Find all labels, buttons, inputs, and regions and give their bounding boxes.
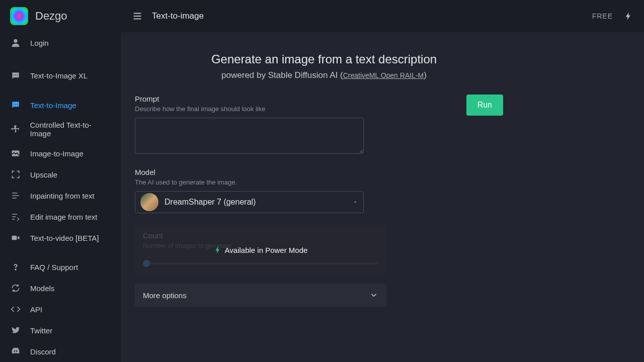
video-icon [10, 232, 21, 243]
chevron-down-icon [369, 291, 378, 300]
sidebar-item-text-to-image[interactable]: Text-to-Image [0, 95, 121, 116]
prompt-label: Prompt [135, 95, 366, 103]
move-icon [10, 124, 21, 135]
discord-icon [10, 346, 21, 357]
model-selected-text: DreamShaper 7 (general) [165, 198, 346, 207]
logo-area[interactable]: Dezgo [0, 0, 121, 32]
sidebar-label: FAQ / Support [30, 263, 78, 272]
main-panel: Text-to-image FREE Generate an image fro… [121, 0, 644, 362]
question-icon [10, 261, 21, 273]
sidebar-item-image-to-image[interactable]: Image-to-Image [0, 143, 121, 164]
sidebar-item-upscale[interactable]: Upscale [0, 164, 121, 185]
image-icon [10, 148, 21, 159]
sidebar: Dezgo Login Text-to-Image XL Text-to-Ima… [0, 0, 121, 362]
sidebar-label: Discord [30, 347, 56, 356]
sidebar-item-models[interactable]: Models [0, 278, 121, 299]
twitter-icon [10, 325, 21, 336]
sidebar-label: Models [30, 284, 54, 293]
logo-icon [10, 7, 28, 25]
sidebar-label: Upscale [30, 170, 57, 179]
sidebar-label: Image-to-Image [30, 149, 84, 158]
svg-point-5 [15, 104, 16, 105]
app-name: Dezgo [35, 10, 67, 23]
bolt-icon [214, 246, 222, 254]
more-options-toggle[interactable]: More options [135, 284, 386, 307]
code-icon [10, 304, 21, 315]
more-options-label: More options [143, 291, 187, 300]
count-field: Count Number of images to generate Avail… [135, 225, 386, 275]
menu-icon[interactable] [132, 11, 143, 22]
subhead-text: powered by Stable Diffusion AI [221, 70, 340, 80]
plan-badge[interactable]: FREE [592, 12, 613, 20]
sidebar-label: API [30, 305, 42, 314]
list-icon [10, 190, 21, 201]
chat-icon [10, 100, 21, 111]
sidebar-item-api[interactable]: API [0, 299, 121, 320]
model-select[interactable]: DreamShaper 7 (general) [135, 191, 364, 213]
svg-point-1 [14, 74, 15, 75]
svg-point-2 [15, 74, 16, 75]
prompt-desc: Describe how the final image should look… [135, 105, 366, 113]
content: Generate an image from a text descriptio… [121, 32, 644, 362]
bolt-icon[interactable] [624, 12, 633, 21]
paren-close: ) [424, 70, 427, 80]
sidebar-label: Text-to-Image [30, 101, 76, 110]
user-icon [10, 37, 21, 48]
svg-point-4 [14, 104, 15, 105]
sidebar-label: Login [30, 39, 49, 47]
power-mode-text: Available in Power Mode [225, 246, 308, 254]
prompt-input[interactable] [135, 118, 364, 154]
sidebar-item-twitter[interactable]: Twitter [0, 320, 121, 341]
topbar: Text-to-image FREE [121, 0, 644, 32]
sidebar-item-login[interactable]: Login [0, 32, 121, 53]
sidebar-item-controlled[interactable]: Controlled Text-to-Image [0, 116, 121, 143]
page-title: Text-to-image [152, 11, 204, 21]
chat-icon [10, 70, 21, 81]
prompt-field: Prompt Describe how the final image shou… [135, 95, 366, 156]
model-desc: The AI used to generate the image. [135, 178, 366, 186]
refresh-icon [10, 283, 21, 294]
sidebar-label: Edit image from text [30, 213, 97, 221]
svg-rect-8 [12, 236, 17, 240]
model-field: Model The AI used to generate the image.… [135, 168, 366, 213]
svg-point-9 [15, 269, 16, 270]
sidebar-item-edit-image[interactable]: Edit image from text [0, 206, 121, 227]
caret-down-icon [352, 199, 358, 205]
license-link[interactable]: CreativeML Open RAIL-M [343, 71, 424, 79]
sidebar-item-faq[interactable]: FAQ / Support [0, 256, 121, 278]
sidebar-label: Inpainting from text [30, 192, 95, 200]
run-button[interactable]: Run [466, 95, 503, 116]
model-thumbnail [140, 193, 158, 211]
headline: Generate an image from a text descriptio… [135, 52, 513, 66]
sidebar-item-text-to-image-xl[interactable]: Text-to-Image XL [0, 61, 121, 90]
sidebar-label: Text-to-Image XL [30, 71, 88, 80]
sidebar-label: Controlled Text-to-Image [30, 121, 111, 138]
edit-list-icon [10, 211, 21, 222]
sidebar-item-text-to-video[interactable]: Text-to-video [BETA] [0, 227, 121, 248]
sidebar-label: Twitter [30, 326, 52, 335]
svg-point-6 [17, 104, 18, 105]
power-mode-overlay[interactable]: Available in Power Mode [135, 225, 386, 275]
fullscreen-icon [10, 169, 21, 180]
svg-point-0 [14, 39, 17, 43]
sidebar-item-inpainting[interactable]: Inpainting from text [0, 185, 121, 206]
model-label: Model [135, 168, 366, 176]
sidebar-item-discord[interactable]: Discord [0, 341, 121, 362]
subheadline: powered by Stable Diffusion AI (Creative… [135, 70, 513, 80]
svg-point-3 [17, 74, 18, 75]
sidebar-label: Text-to-video [BETA] [30, 234, 99, 242]
